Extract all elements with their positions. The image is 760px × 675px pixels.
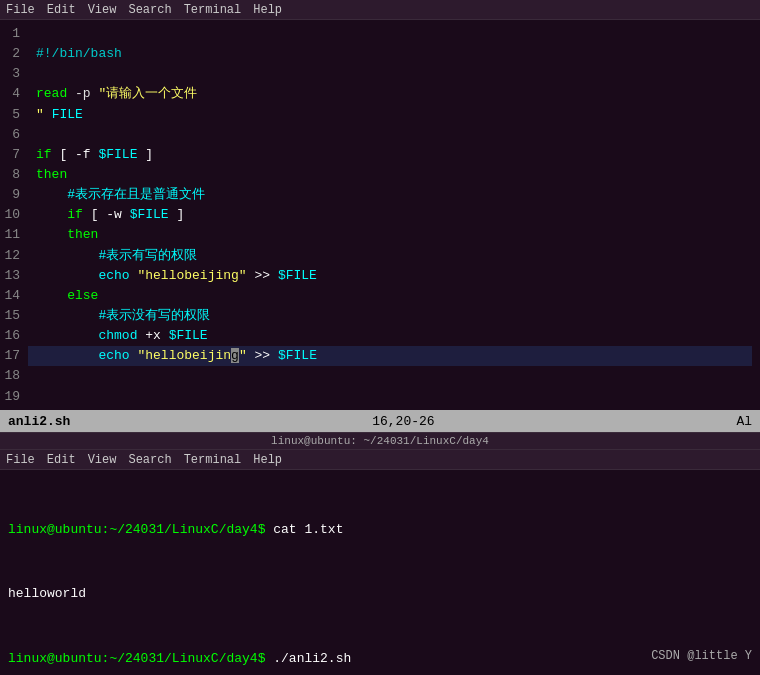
title-text: linux@ubuntu: ~/24031/LinuxC/day4 [271,435,489,447]
tmenu-terminal[interactable]: Terminal [184,453,242,467]
line-numbers: 1 2 3 4 5 6 7 8 9 10 11 12 13 14 15 16 1… [0,20,28,410]
tmenu-view[interactable]: View [88,453,117,467]
tmenu-help[interactable]: Help [253,453,282,467]
editor-mode: Al [736,414,752,429]
tmenu-search[interactable]: Search [128,453,171,467]
menu-edit[interactable]: Edit [47,3,76,17]
tmenu-edit[interactable]: Edit [47,453,76,467]
editor-position: 16,20-26 [372,414,434,429]
terminal-line-1: linux@ubuntu:~/24031/LinuxC/day4$ cat 1.… [8,519,752,540]
terminal-menubar: File Edit View Search Terminal Help [0,450,760,470]
terminal-line-3: linux@ubuntu:~/24031/LinuxC/day4$ ./anli… [8,648,752,669]
menu-terminal[interactable]: Terminal [184,3,242,17]
editor-pane: 1 2 3 4 5 6 7 8 9 10 11 12 13 14 15 16 1… [0,20,760,410]
editor-menubar: File Edit View Search Terminal Help [0,0,760,20]
terminal-pane[interactable]: linux@ubuntu:~/24031/LinuxC/day4$ cat 1.… [0,470,760,671]
menu-search[interactable]: Search [128,3,171,17]
menu-help[interactable]: Help [253,3,282,17]
menu-file[interactable]: File [6,3,35,17]
terminal-line-2: helloworld [8,583,752,604]
status-bar: anli2.sh 16,20-26 Al [0,410,760,432]
watermark: CSDN @little Y [651,647,752,667]
code-area: 1 2 3 4 5 6 7 8 9 10 11 12 13 14 15 16 1… [0,20,760,410]
menu-view[interactable]: View [88,3,117,17]
tmenu-file[interactable]: File [6,453,35,467]
code-content[interactable]: #!/bin/bash read -p "请输入一个文件 " FILE if [… [28,20,760,410]
editor-filename: anli2.sh [8,414,70,429]
title-bar: linux@ubuntu: ~/24031/LinuxC/day4 [0,432,760,450]
